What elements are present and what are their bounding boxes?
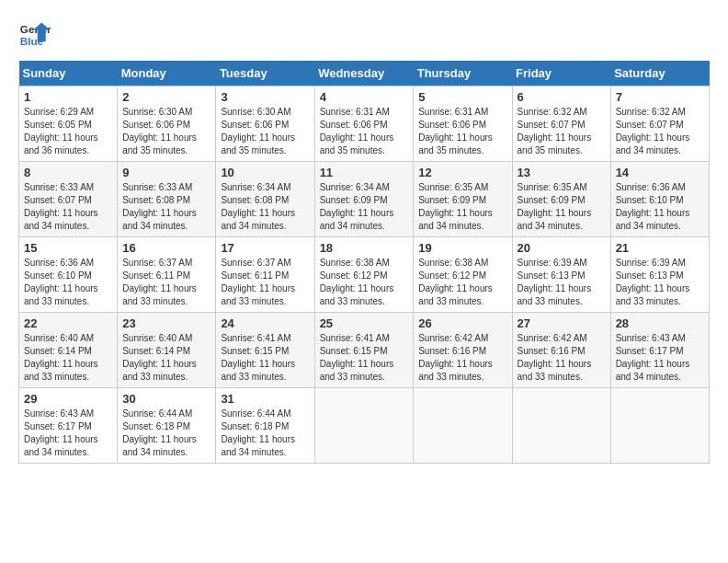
day-info: Sunrise: 6:34 AM Sunset: 6:08 PM Dayligh… xyxy=(221,181,309,233)
day-number: 26 xyxy=(418,316,506,330)
week-row-2: 8Sunrise: 6:33 AM Sunset: 6:07 PM Daylig… xyxy=(19,162,710,237)
day-info: Sunrise: 6:39 AM Sunset: 6:13 PM Dayligh… xyxy=(518,257,606,308)
day-cell: 8Sunrise: 6:33 AM Sunset: 6:07 PM Daylig… xyxy=(19,162,118,237)
day-info: Sunrise: 6:30 AM Sunset: 6:06 PM Dayligh… xyxy=(122,106,210,157)
day-number: 3 xyxy=(221,90,309,104)
day-cell: 26Sunrise: 6:42 AM Sunset: 6:16 PM Dayli… xyxy=(414,313,512,388)
week-row-3: 15Sunrise: 6:36 AM Sunset: 6:10 PM Dayli… xyxy=(19,237,710,313)
day-number: 24 xyxy=(221,316,309,330)
day-cell: 1Sunrise: 6:29 AM Sunset: 6:05 PM Daylig… xyxy=(19,86,118,162)
header-cell-wednesday: Wednesday xyxy=(314,61,414,86)
day-number: 23 xyxy=(122,316,210,330)
day-cell: 28Sunrise: 6:43 AM Sunset: 6:17 PM Dayli… xyxy=(610,313,709,388)
day-info: Sunrise: 6:36 AM Sunset: 6:10 PM Dayligh… xyxy=(616,181,704,233)
day-info: Sunrise: 6:44 AM Sunset: 6:18 PM Dayligh… xyxy=(122,408,210,459)
day-cell: 3Sunrise: 6:30 AM Sunset: 6:06 PM Daylig… xyxy=(216,86,314,162)
day-number: 13 xyxy=(518,166,606,179)
day-cell: 12Sunrise: 6:35 AM Sunset: 6:09 PM Dayli… xyxy=(414,162,512,237)
day-cell: 6Sunrise: 6:32 AM Sunset: 6:07 PM Daylig… xyxy=(512,86,610,162)
day-number: 10 xyxy=(221,166,309,179)
header-cell-friday: Friday xyxy=(512,61,610,86)
day-number: 14 xyxy=(616,166,704,179)
day-info: Sunrise: 6:37 AM Sunset: 6:11 PM Dayligh… xyxy=(122,257,210,308)
week-row-5: 29Sunrise: 6:43 AM Sunset: 6:17 PM Dayli… xyxy=(19,388,710,464)
day-cell: 31Sunrise: 6:44 AM Sunset: 6:18 PM Dayli… xyxy=(216,388,314,464)
day-info: Sunrise: 6:32 AM Sunset: 6:07 PM Dayligh… xyxy=(616,106,704,157)
day-cell: 5Sunrise: 6:31 AM Sunset: 6:06 PM Daylig… xyxy=(414,86,512,162)
day-cell: 14Sunrise: 6:36 AM Sunset: 6:10 PM Dayli… xyxy=(610,162,709,237)
day-number: 12 xyxy=(418,166,506,179)
day-cell: 10Sunrise: 6:34 AM Sunset: 6:08 PM Dayli… xyxy=(216,162,314,237)
day-info: Sunrise: 6:43 AM Sunset: 6:17 PM Dayligh… xyxy=(24,408,112,459)
header-cell-saturday: Saturday xyxy=(610,61,709,86)
day-number: 2 xyxy=(122,90,210,104)
calendar-table: SundayMondayTuesdayWednesdayThursdayFrid… xyxy=(18,61,710,464)
day-cell: 20Sunrise: 6:39 AM Sunset: 6:13 PM Dayli… xyxy=(512,237,610,313)
day-cell: 4Sunrise: 6:31 AM Sunset: 6:06 PM Daylig… xyxy=(314,86,414,162)
day-cell: 7Sunrise: 6:32 AM Sunset: 6:07 PM Daylig… xyxy=(610,86,709,162)
day-cell: 9Sunrise: 6:33 AM Sunset: 6:08 PM Daylig… xyxy=(118,162,216,237)
day-info: Sunrise: 6:43 AM Sunset: 6:17 PM Dayligh… xyxy=(616,332,704,384)
day-number: 27 xyxy=(518,316,606,330)
day-number: 17 xyxy=(221,241,309,255)
day-cell: 17Sunrise: 6:37 AM Sunset: 6:11 PM Dayli… xyxy=(216,237,314,313)
day-info: Sunrise: 6:41 AM Sunset: 6:15 PM Dayligh… xyxy=(320,332,409,384)
day-info: Sunrise: 6:40 AM Sunset: 6:14 PM Dayligh… xyxy=(122,332,210,384)
header-row: SundayMondayTuesdayWednesdayThursdayFrid… xyxy=(19,61,710,86)
header-cell-tuesday: Tuesday xyxy=(216,61,314,86)
day-number: 31 xyxy=(221,392,309,406)
day-cell: 2Sunrise: 6:30 AM Sunset: 6:06 PM Daylig… xyxy=(118,86,216,162)
day-cell: 19Sunrise: 6:38 AM Sunset: 6:12 PM Dayli… xyxy=(414,237,512,313)
day-number: 7 xyxy=(616,90,704,104)
day-cell: 16Sunrise: 6:37 AM Sunset: 6:11 PM Dayli… xyxy=(118,237,216,313)
day-info: Sunrise: 6:35 AM Sunset: 6:09 PM Dayligh… xyxy=(418,181,506,233)
day-number: 30 xyxy=(122,392,210,406)
day-cell xyxy=(414,388,512,464)
day-info: Sunrise: 6:30 AM Sunset: 6:06 PM Dayligh… xyxy=(221,106,309,157)
day-info: Sunrise: 6:42 AM Sunset: 6:16 PM Dayligh… xyxy=(418,332,506,384)
day-info: Sunrise: 6:37 AM Sunset: 6:11 PM Dayligh… xyxy=(221,257,309,308)
day-cell: 18Sunrise: 6:38 AM Sunset: 6:12 PM Dayli… xyxy=(314,237,414,313)
day-info: Sunrise: 6:31 AM Sunset: 6:06 PM Dayligh… xyxy=(320,106,409,157)
day-info: Sunrise: 6:38 AM Sunset: 6:12 PM Dayligh… xyxy=(418,257,506,308)
day-number: 18 xyxy=(320,241,409,255)
day-number: 22 xyxy=(24,316,112,330)
day-info: Sunrise: 6:29 AM Sunset: 6:05 PM Dayligh… xyxy=(24,106,112,157)
day-cell: 22Sunrise: 6:40 AM Sunset: 6:14 PM Dayli… xyxy=(19,313,118,388)
day-info: Sunrise: 6:33 AM Sunset: 6:07 PM Dayligh… xyxy=(24,181,112,233)
day-number: 8 xyxy=(24,166,112,179)
day-cell xyxy=(610,388,709,464)
day-info: Sunrise: 6:34 AM Sunset: 6:09 PM Dayligh… xyxy=(320,181,409,233)
day-number: 1 xyxy=(24,90,112,104)
logo: General Blue xyxy=(18,18,51,52)
day-cell: 29Sunrise: 6:43 AM Sunset: 6:17 PM Dayli… xyxy=(19,388,118,464)
day-info: Sunrise: 6:39 AM Sunset: 6:13 PM Dayligh… xyxy=(616,257,704,308)
day-cell: 11Sunrise: 6:34 AM Sunset: 6:09 PM Dayli… xyxy=(314,162,414,237)
day-info: Sunrise: 6:33 AM Sunset: 6:08 PM Dayligh… xyxy=(122,181,210,233)
day-number: 4 xyxy=(320,90,409,104)
logo-icon: General Blue xyxy=(18,18,51,52)
day-cell: 24Sunrise: 6:41 AM Sunset: 6:15 PM Dayli… xyxy=(216,313,314,388)
day-cell: 27Sunrise: 6:42 AM Sunset: 6:16 PM Dayli… xyxy=(512,313,610,388)
day-number: 5 xyxy=(418,90,506,104)
day-info: Sunrise: 6:44 AM Sunset: 6:18 PM Dayligh… xyxy=(221,408,309,459)
header-cell-thursday: Thursday xyxy=(414,61,512,86)
week-row-4: 22Sunrise: 6:40 AM Sunset: 6:14 PM Dayli… xyxy=(19,313,710,388)
day-cell: 15Sunrise: 6:36 AM Sunset: 6:10 PM Dayli… xyxy=(19,237,118,313)
day-number: 9 xyxy=(122,166,210,179)
day-info: Sunrise: 6:35 AM Sunset: 6:09 PM Dayligh… xyxy=(518,181,606,233)
day-cell: 30Sunrise: 6:44 AM Sunset: 6:18 PM Dayli… xyxy=(118,388,216,464)
day-number: 11 xyxy=(320,166,409,179)
day-info: Sunrise: 6:38 AM Sunset: 6:12 PM Dayligh… xyxy=(320,257,409,308)
day-info: Sunrise: 6:36 AM Sunset: 6:10 PM Dayligh… xyxy=(24,257,112,308)
day-info: Sunrise: 6:31 AM Sunset: 6:06 PM Dayligh… xyxy=(418,106,506,157)
day-number: 20 xyxy=(518,241,606,255)
day-cell xyxy=(512,388,610,464)
day-info: Sunrise: 6:32 AM Sunset: 6:07 PM Dayligh… xyxy=(518,106,606,157)
day-number: 19 xyxy=(418,241,506,255)
header-cell-sunday: Sunday xyxy=(19,61,118,86)
day-cell: 13Sunrise: 6:35 AM Sunset: 6:09 PM Dayli… xyxy=(512,162,610,237)
day-number: 6 xyxy=(518,90,606,104)
day-cell: 25Sunrise: 6:41 AM Sunset: 6:15 PM Dayli… xyxy=(314,313,414,388)
day-cell: 23Sunrise: 6:40 AM Sunset: 6:14 PM Dayli… xyxy=(118,313,216,388)
